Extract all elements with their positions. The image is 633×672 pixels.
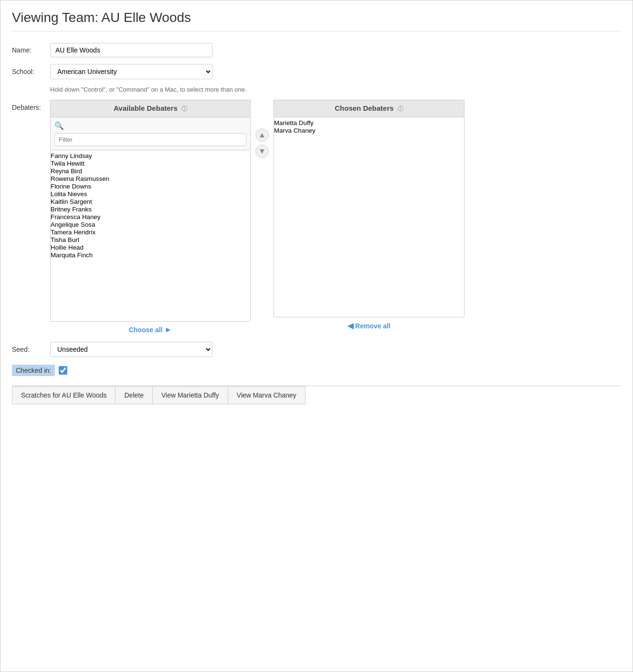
chosen-header: Chosen Debaters ⓘ (274, 100, 464, 117)
search-icon: 🔍 (54, 121, 246, 130)
remove-all-button[interactable]: ◀ Remove all (348, 321, 390, 330)
name-row: Name: (12, 43, 621, 57)
bottom-button-0[interactable]: Scratches for AU Elle Woods (12, 386, 116, 404)
school-label: School: (12, 68, 50, 75)
chosen-list[interactable]: Marietta DuffyMarva Chaney (274, 117, 464, 317)
chosen-help-icon[interactable]: ⓘ (398, 105, 403, 112)
checked-in-checkbox[interactable] (59, 366, 67, 375)
debaters-label: Debaters: (12, 100, 50, 111)
seed-label: Seed: (12, 346, 50, 353)
debaters-widgets: Available Debaters ⓘ 🔍 Fanny LindsayTwil… (50, 100, 464, 334)
available-box: Available Debaters ⓘ 🔍 Fanny LindsayTwil… (50, 100, 251, 334)
filter-area: 🔍 (50, 117, 251, 150)
bottom-buttons: Scratches for AU Elle WoodsDeleteView Ma… (12, 386, 621, 404)
school-select[interactable]: American University (50, 64, 212, 79)
available-list[interactable]: Fanny LindsayTwila HewittReyna BirdRowen… (50, 150, 251, 322)
school-row: School: American University (12, 64, 621, 79)
seed-row: Seed: Unseeded (12, 342, 621, 357)
page-container: Viewing Team: AU Elle Woods Name: School… (0, 0, 633, 672)
choose-all-arrow-icon: ► (164, 326, 172, 334)
seed-select[interactable]: Unseeded (50, 342, 212, 357)
page-title: Viewing Team: AU Elle Woods (12, 10, 621, 32)
choose-all-row: Choose all ► (50, 326, 251, 334)
chosen-box: Chosen Debaters ⓘ Marietta DuffyMarva Ch… (274, 100, 464, 330)
available-help-icon[interactable]: ⓘ (181, 105, 187, 112)
move-left-button[interactable]: ▼ (255, 145, 269, 158)
bottom-button-2[interactable]: View Marietta Duffy (152, 386, 228, 404)
bottom-button-1[interactable]: Delete (115, 386, 152, 404)
arrow-column: ▲ ▼ (251, 128, 274, 158)
hint-text: Hold down "Control", or "Command" on a M… (50, 86, 621, 93)
choose-all-button[interactable]: Choose all ► (129, 326, 172, 334)
name-label: Name: (12, 46, 50, 54)
checked-in-label: Checked in: (12, 365, 55, 376)
debaters-section: Debaters: Available Debaters ⓘ 🔍 Fanny L… (12, 100, 621, 334)
available-header: Available Debaters ⓘ (50, 100, 251, 117)
remove-all-arrow-icon: ◀ (348, 321, 353, 330)
move-right-button[interactable]: ▲ (255, 128, 269, 142)
form-section: Name: School: American University Hold d… (12, 43, 621, 376)
bottom-button-3[interactable]: View Marva Chaney (228, 386, 306, 404)
checked-in-row: Checked in: (12, 365, 621, 376)
remove-all-row: ◀ Remove all (274, 321, 464, 330)
name-input[interactable] (50, 43, 212, 57)
filter-input[interactable] (54, 133, 246, 146)
